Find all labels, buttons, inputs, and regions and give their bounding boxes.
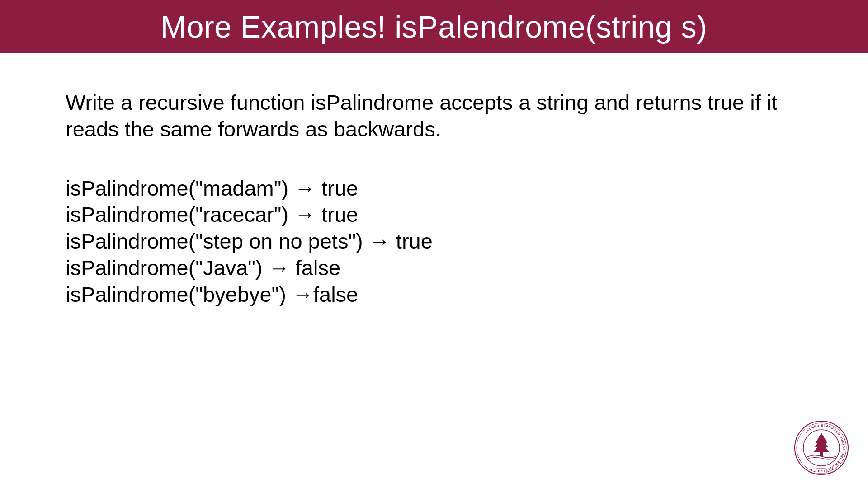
slide-header: More Examples! isPalendrome(string s)	[0, 0, 868, 53]
svg-text:★: ★	[831, 467, 834, 471]
example-item: isPalindrome("Java") → false	[66, 255, 802, 282]
stanford-seal-icon: LELAND STANFORD JUNIOR UNIVERSITY 1891 ★…	[794, 420, 849, 475]
problem-description: Write a recursive function isPalindrome …	[66, 89, 802, 143]
slide-title: More Examples! isPalendrome(string s)	[161, 9, 708, 44]
slide-content: Write a recursive function isPalindrome …	[0, 53, 868, 308]
example-item: isPalindrome("madam") → true	[66, 175, 802, 202]
example-item: isPalindrome("step on no pets") → true	[66, 228, 802, 255]
svg-text:1891: 1891	[817, 469, 826, 473]
examples-list: isPalindrome("madam") → true isPalindrom…	[66, 175, 802, 308]
example-item: isPalindrome("racecar") → true	[66, 202, 802, 228]
svg-text:★: ★	[810, 467, 813, 471]
example-item: isPalindrome("byebye") →false	[66, 282, 802, 308]
